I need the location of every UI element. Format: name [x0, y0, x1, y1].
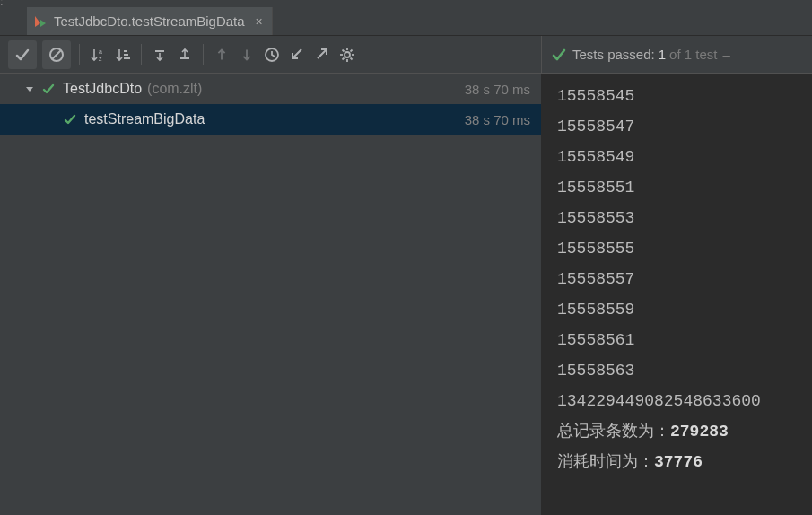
- console-line: 15558553: [557, 203, 812, 233]
- check-icon: [13, 46, 31, 64]
- test-history-button[interactable]: [260, 43, 284, 66]
- show-ignored-button[interactable]: [42, 40, 71, 69]
- console-line: 15558545: [557, 81, 812, 111]
- pass-icon: [41, 82, 56, 96]
- test-summary: Tests passed: 1 of 1 test –: [541, 36, 739, 73]
- test-toolbar-left: az: [0, 36, 541, 73]
- edge-colon: :: [0, 0, 4, 8]
- sort-duration-icon: [114, 46, 132, 64]
- records-value: 279283: [670, 423, 729, 441]
- run-config-icon: [32, 13, 48, 30]
- import-tests-button[interactable]: [285, 43, 309, 66]
- test-settings-button[interactable]: [336, 43, 359, 66]
- console-line: 134229449082548633600: [557, 386, 812, 416]
- console-line: 15558547: [557, 111, 812, 142]
- export-tests-button[interactable]: [310, 43, 334, 66]
- arrow-down-icon: [239, 47, 255, 63]
- console-line: 15558561: [557, 325, 812, 355]
- close-icon[interactable]: ×: [256, 14, 263, 29]
- summary-of: of 1 test: [669, 47, 717, 62]
- svg-line-17: [351, 49, 353, 51]
- console-line: 15558549: [557, 142, 812, 172]
- console-line: 15558555: [557, 233, 812, 264]
- sort-alpha-icon: az: [89, 46, 107, 64]
- svg-text:a: a: [99, 48, 102, 55]
- console-line: 15558551: [557, 172, 812, 203]
- summary-passed: 1: [659, 47, 666, 62]
- svg-rect-6: [124, 57, 130, 59]
- toolbar-separator: [141, 44, 142, 65]
- expander-icon[interactable]: [22, 84, 38, 93]
- test-tree[interactable]: TestJdbcDto (com.zlt) 38 s 70 ms ▸ testS…: [0, 74, 541, 515]
- tab-test-run[interactable]: TestJdbcDto.testStreamBigData ×: [27, 7, 273, 35]
- expand-all-button[interactable]: [148, 43, 171, 66]
- pass-icon: [63, 112, 77, 127]
- expand-icon: [151, 46, 169, 64]
- console-line: 15558563: [557, 355, 812, 386]
- next-failed-button[interactable]: [235, 43, 258, 66]
- tree-root-pkg: (com.zlt): [147, 81, 202, 97]
- console-line: 15558557: [557, 264, 812, 294]
- toolbar-separator: [79, 44, 80, 65]
- summary-dash: –: [722, 47, 729, 62]
- panel-edge: :: [0, 0, 812, 7]
- test-toolbar: az Te: [0, 36, 812, 74]
- console-line: 15558559: [557, 294, 812, 325]
- export-icon: [313, 46, 331, 64]
- console-time: 消耗时间为：37776: [557, 447, 812, 477]
- collapse-all-button[interactable]: [173, 43, 196, 66]
- ban-icon: [48, 46, 65, 64]
- svg-rect-4: [124, 50, 127, 52]
- svg-line-18: [343, 57, 345, 59]
- svg-line-1: [52, 50, 61, 59]
- time-value: 37776: [654, 453, 703, 471]
- tree-root-name: TestJdbcDto: [63, 81, 142, 97]
- svg-line-16: [351, 57, 353, 59]
- tree-child-row[interactable]: ▸ testStreamBigData 38 s 70 ms: [0, 104, 541, 135]
- editor-tab-strip: TestJdbcDto.testStreamBigData ×: [0, 7, 812, 36]
- show-passed-button[interactable]: [8, 40, 37, 69]
- gear-icon: [338, 46, 356, 64]
- summary-prefix: Tests passed:: [572, 47, 655, 62]
- sort-alpha-button[interactable]: az: [86, 43, 109, 66]
- toolbar-separator: [203, 44, 204, 65]
- records-label: 总记录条数为：: [557, 423, 670, 441]
- check-icon: [551, 47, 567, 63]
- console-records: 总记录条数为：279283: [557, 416, 812, 447]
- tree-root-row[interactable]: TestJdbcDto (com.zlt) 38 s 70 ms: [0, 74, 541, 104]
- console-output[interactable]: 15558545 15558547 15558549 15558551 1555…: [541, 74, 812, 515]
- tree-child-duration: 38 s 70 ms: [465, 112, 530, 127]
- tab-title: TestJdbcDto.testStreamBigData: [54, 13, 245, 29]
- tree-root-duration: 38 s 70 ms: [465, 82, 530, 97]
- prev-failed-button[interactable]: [210, 43, 233, 66]
- svg-rect-5: [124, 54, 128, 56]
- main-split: TestJdbcDto (com.zlt) 38 s 70 ms ▸ testS…: [0, 74, 812, 515]
- tree-child-name: testStreamBigData: [84, 111, 205, 127]
- svg-text:z: z: [99, 56, 102, 62]
- arrow-up-icon: [214, 47, 230, 63]
- time-label: 消耗时间为：: [557, 453, 654, 471]
- sort-duration-button[interactable]: [111, 43, 135, 66]
- history-icon: [263, 46, 281, 64]
- svg-line-15: [343, 49, 345, 51]
- import-icon: [288, 46, 306, 64]
- svg-point-10: [345, 52, 350, 57]
- collapse-icon: [176, 46, 194, 64]
